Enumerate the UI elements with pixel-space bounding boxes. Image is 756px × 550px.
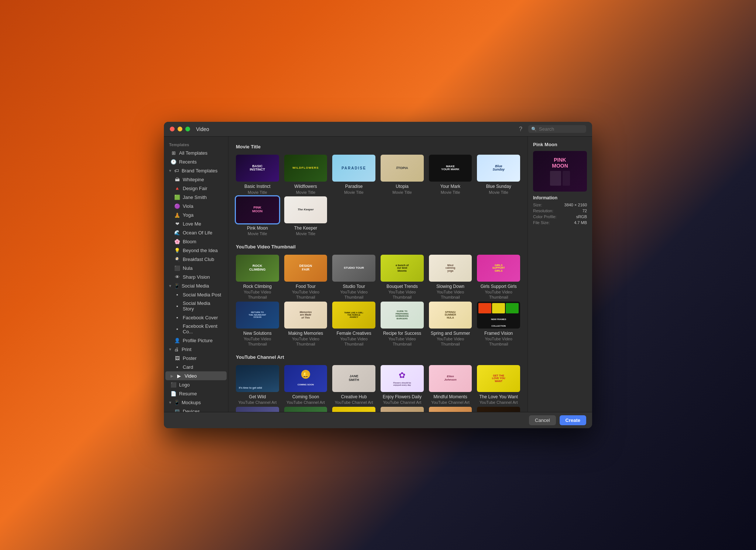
template-female-creatives[interactable]: THINK LIKE A GIRL:THE FEMALEAGENCY Femal… <box>332 302 375 347</box>
template-wildflowers[interactable]: WILDFLOWERS Wildflowers Movie Title <box>284 155 327 195</box>
template-bottom-2[interactable] <box>284 407 327 412</box>
template-get-wild[interactable]: It's time to get wild Get Wild YouTube C… <box>236 365 279 405</box>
template-creative-hub[interactable]: JANESMITH Creative Hub YouTube Channel A… <box>332 365 375 405</box>
create-button[interactable]: Create <box>560 415 586 425</box>
jane-smith-icon: 🟩 <box>174 194 180 200</box>
template-slowing-down[interactable]: Mindcalmingyoga Slowing Down YouTube Vid… <box>429 255 472 300</box>
template-food-tour[interactable]: DESIGNFAIR Food Tour YouTube Video Thumb… <box>284 255 327 300</box>
sidebar-item-devices[interactable]: 💻 Devices <box>165 407 227 412</box>
section-youtube-thumbnail: YouTube Video Thumbnail <box>236 244 520 250</box>
template-name: Slowing Down <box>429 284 472 290</box>
close-button[interactable] <box>170 127 175 131</box>
template-bottom-5[interactable] <box>429 407 472 412</box>
window-title: Video <box>196 126 209 132</box>
help-icon[interactable]: ? <box>518 125 524 133</box>
sidebar-group-print[interactable]: ▼ 🖨 Print <box>165 345 227 354</box>
logo-icon: ⬛ <box>171 382 176 388</box>
sidebar-item-facebook-event[interactable]: ▪ Facebook Event Co... <box>165 322 227 336</box>
maximize-button[interactable] <box>185 127 190 131</box>
template-the-keeper[interactable]: The Keeper The Keeper Movie Title <box>284 196 327 237</box>
sidebar-item-label: Social Media Story <box>183 300 221 312</box>
template-name: Food Tour <box>284 284 327 290</box>
template-pink-moon[interactable]: PINKMOON Pink Moon Movie Title <box>236 196 279 237</box>
beyond-icon: 💡 <box>174 247 180 253</box>
sidebar-item-jane-smith[interactable]: 🟩 Jane Smith <box>165 193 227 202</box>
template-bottom-6[interactable] <box>477 407 520 412</box>
sidebar-item-label: All Templates <box>179 150 207 156</box>
sidebar-item-facebook-cover[interactable]: ▪ Facebook Cover <box>165 313 227 322</box>
sidebar-item-social-media-story[interactable]: ▪ Social Media Story <box>165 299 227 313</box>
template-bouquet-trends[interactable]: a bunch ofour bestblooms Bouquet Trends … <box>381 255 424 300</box>
sidebar-item-profile-picture[interactable]: 👤 Profile Picture <box>165 336 227 345</box>
template-rock-climbing[interactable]: ROCKCLIMBING Rock Climbing YouTube Video… <box>236 255 279 300</box>
template-sub: YouTube Video Thumbnail <box>236 336 279 347</box>
sidebar-item-label: Devices <box>183 409 200 412</box>
cancel-button[interactable]: Cancel <box>529 415 556 425</box>
sidebar-item-whitepine[interactable]: 🏔 Whitepine <box>165 175 227 184</box>
sidebar-group-mockups[interactable]: ▼ 📱 Mockups <box>165 398 227 407</box>
footer: Cancel Create <box>164 412 592 428</box>
sidebar-item-beyond-the-idea[interactable]: 💡 Beyond the Idea <box>165 246 227 255</box>
sidebar: Templates ⊞ All Templates 🕐 Recents ▼ 🏷 … <box>164 137 228 412</box>
sidebar-item-label: Yoga <box>183 212 193 218</box>
template-name: Studio Tour <box>332 284 375 290</box>
sidebar-item-breakfast-club[interactable]: 🍳 Breakfast Club <box>165 255 227 264</box>
template-sub: YouTube Video Thumbnail <box>381 289 424 300</box>
chevron-down-icon: ▼ <box>168 347 172 351</box>
template-making-memories[interactable]: Memoriesare Madeof This Making Memories … <box>284 302 327 347</box>
sidebar-item-viola[interactable]: 🟣 Viola <box>165 202 227 210</box>
minimize-button[interactable] <box>178 127 182 131</box>
preview-image: PINKMOON <box>533 151 587 192</box>
template-studio-tour[interactable]: STUDIO TOUR Studio Tour YouTube Video Th… <box>332 255 375 300</box>
movie-title-grid: BASICINSTINCT Basic Instinct Movie Title… <box>236 155 520 195</box>
template-sub: Movie Title <box>284 231 327 236</box>
template-utopia[interactable]: //TOPIA Utopia Movie Title <box>381 155 424 195</box>
sidebar-item-all-templates[interactable]: ⊞ All Templates <box>165 148 227 157</box>
template-sub: YouTube Channel Art <box>477 400 520 405</box>
info-row-size: Size: 3840 × 2160 <box>533 203 587 207</box>
template-paradise[interactable]: PARADISE Paradise Movie Title <box>332 155 375 195</box>
sidebar-item-card[interactable]: ▪ Card <box>165 362 227 371</box>
sidebar-item-poster[interactable]: 🖼 Poster <box>165 354 227 362</box>
template-bottom-3[interactable] <box>332 407 375 412</box>
template-love-you-want[interactable]: GET THELOVE YOUWANT The Love You Want Yo… <box>477 365 520 405</box>
sidebar-item-label: Logo <box>179 382 190 388</box>
sidebar-item-recents[interactable]: 🕐 Recents <box>165 157 227 166</box>
sidebar-item-social-media-post[interactable]: ▪ Social Media Post <box>165 290 227 299</box>
template-enjoy-flowers[interactable]: ✿ Flowers should beenjoyed every day Enj… <box>381 365 424 405</box>
template-girls-support[interactable]: GIRLSSUPPORTGIRLS Girls Support Girls Yo… <box>477 255 520 300</box>
chevron-right-icon: ▶ <box>171 374 173 378</box>
sidebar-item-resume[interactable]: 📄 Resume <box>165 389 227 398</box>
sidebar-group-social-media[interactable]: ▼ 📱 Social Media <box>165 281 227 290</box>
template-bottom-4[interactable]: BREAKFASTCLUB <box>381 407 424 412</box>
sidebar-item-nula[interactable]: ⬛ Nula <box>165 264 227 272</box>
template-sub: Movie Title <box>429 190 472 195</box>
template-blue-sunday[interactable]: BlueSunday Blue Sunday Movie Title <box>477 155 520 195</box>
sidebar-group-brand-templates[interactable]: ▼ 🏷 Brand Templates <box>165 166 227 175</box>
sidebar-item-logo[interactable]: ⬛ Logo <box>165 380 227 389</box>
yoga-icon: 🧘 <box>174 212 180 218</box>
sidebar-item-label: Breakfast Club <box>183 257 214 262</box>
template-spring-summer[interactable]: SPRING/SUMMERNULA Spring and Summer YouT… <box>429 302 472 347</box>
sidebar-item-sharp-vision[interactable]: 👁 Sharp Vision <box>165 272 227 281</box>
template-mindful-moments[interactable]: EllenJohnson Mindful Moments YouTube Cha… <box>429 365 472 405</box>
template-name: Basic Instinct <box>236 184 279 190</box>
sidebar-item-label: Profile Picture <box>183 338 213 343</box>
template-basic-instinct[interactable]: BASICINSTINCT Basic Instinct Movie Title <box>236 155 279 195</box>
template-new-solutions[interactable]: RETURN TOTHE ABUNDANTOCEAN New Solutions… <box>236 302 279 347</box>
template-framed-vision[interactable]: NEW FRAMESCOLLECTION Framed Vision YouTu… <box>477 302 520 347</box>
sidebar-item-design-fair[interactable]: 🔺 Design Fair <box>165 184 227 193</box>
template-your-mark[interactable]: MAKEYOUR MARK Your Mark Movie Title <box>429 155 472 195</box>
sidebar-item-yoga[interactable]: 🧘 Yoga <box>165 210 227 219</box>
sidebar-item-ocean-of-life[interactable]: 🌊 Ocean Of Life <box>165 228 227 237</box>
search-input[interactable] <box>539 126 583 132</box>
grid-icon: ⊞ <box>171 150 176 156</box>
sidebar-item-video[interactable]: ▶ ▶ Video <box>165 371 227 380</box>
template-bottom-1[interactable] <box>236 407 279 412</box>
sidebar-item-love-me[interactable]: ❤ Love Me <box>165 219 227 228</box>
sidebar-item-bloom[interactable]: 🌸 Bloom <box>165 237 227 246</box>
template-sub: Movie Title <box>381 190 424 195</box>
template-recipe-success[interactable]: GUIDE TOPREPARINGHOMEMADEBURGERS Recipe … <box>381 302 424 347</box>
sidebar-item-label: Card <box>183 364 193 370</box>
template-coming-soon[interactable]: 🔔 COMING SOON Coming Soon YouTube Channe… <box>284 365 327 405</box>
